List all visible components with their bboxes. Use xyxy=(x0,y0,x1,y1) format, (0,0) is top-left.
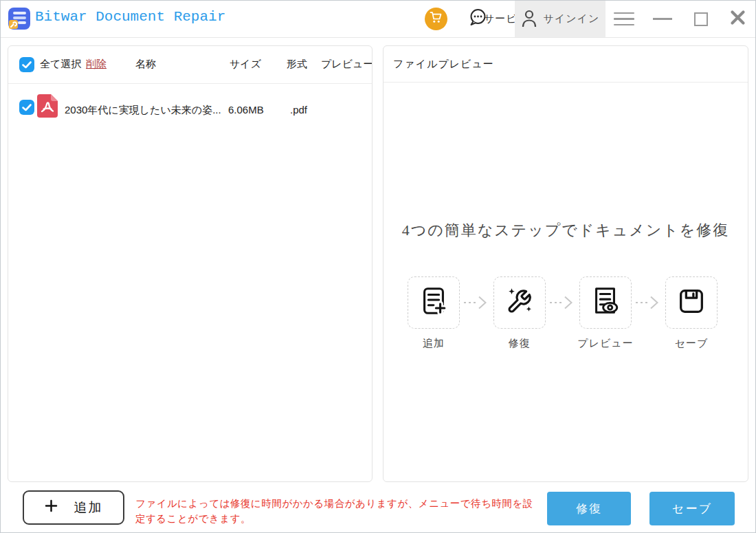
person-icon xyxy=(521,9,537,30)
delete-link[interactable]: 削除 xyxy=(86,58,107,71)
preview-panel: ファイルプレビュー 4つの簡単なステップでドキュメントを修復 追加 xyxy=(383,45,748,482)
step-repair: 修復 xyxy=(493,276,546,350)
close-button[interactable] xyxy=(724,1,751,37)
step-add-box xyxy=(408,276,460,329)
step-preview: プレビュー xyxy=(579,276,632,350)
column-header-size: サイズ xyxy=(230,58,261,71)
file-size: 6.06MB xyxy=(228,104,264,116)
pdf-file-icon xyxy=(37,94,58,120)
maximize-icon xyxy=(694,12,708,26)
store-cart-button[interactable] xyxy=(425,8,447,30)
step-save-box xyxy=(665,276,718,329)
preview-panel-header: ファイルプレビュー xyxy=(383,46,748,83)
steps-title: 4つの簡単なステップでドキュメントを修復 xyxy=(383,220,748,241)
minimize-icon xyxy=(653,18,672,20)
table-row[interactable]: 2030年代に実現したい未来の姿... 6.06MB .pdf xyxy=(8,84,372,127)
step-repair-label: 修復 xyxy=(509,337,531,350)
document-preview-icon xyxy=(590,285,621,320)
step-preview-label: プレビュー xyxy=(577,337,633,350)
close-icon xyxy=(729,9,746,29)
file-name: 2030年代に実現したい未来の姿... xyxy=(65,104,221,117)
column-header-name: 名称 xyxy=(135,58,156,71)
file-list-panel: 全て選択 削除 名称 サイズ 形式 プレビュー 2030年代に実現したい未来の姿… xyxy=(8,45,373,482)
select-all-label[interactable]: 全て選択 xyxy=(40,58,81,71)
file-list-header: 全て選択 削除 名称 サイズ 形式 プレビュー xyxy=(8,46,372,84)
document-add-icon xyxy=(418,285,449,320)
step-repair-box xyxy=(493,276,546,329)
hamburger-icon xyxy=(614,12,634,26)
file-checkbox[interactable] xyxy=(19,100,34,115)
save-button[interactable]: セーブ xyxy=(649,492,735,525)
menu-button[interactable] xyxy=(609,1,639,37)
signin-label: サインイン xyxy=(544,12,600,25)
step-save: セーブ xyxy=(665,276,718,350)
step-arrow-icon xyxy=(460,295,493,310)
step-arrow-icon xyxy=(546,295,579,310)
maximize-button[interactable] xyxy=(688,1,714,37)
preview-header-label: ファイルプレビュー xyxy=(393,58,494,71)
wrench-repair-icon xyxy=(504,285,535,320)
step-add-label: 追加 xyxy=(423,337,445,350)
step-preview-box xyxy=(579,276,632,329)
file-format: .pdf xyxy=(290,104,307,116)
app-title: Bitwar Document Repair xyxy=(35,9,225,25)
select-all-checkbox[interactable] xyxy=(19,57,34,72)
repair-button[interactable]: 修復 xyxy=(547,492,631,525)
minimize-button[interactable] xyxy=(648,1,677,37)
step-save-label: セーブ xyxy=(675,337,709,350)
shopping-cart-icon xyxy=(430,11,443,27)
app-logo-icon xyxy=(8,7,31,30)
column-header-preview: プレビュー xyxy=(321,58,373,71)
plus-icon xyxy=(45,499,58,516)
add-button-label: 追加 xyxy=(74,499,103,516)
step-add: 追加 xyxy=(407,276,460,350)
signin-button[interactable]: サインイン xyxy=(515,1,605,37)
column-header-format: 形式 xyxy=(287,58,307,71)
repair-time-notice: ファイルによっては修復に時間がかかる場合がありますが、メニューで待ち時間を設定す… xyxy=(135,497,534,527)
app-window: Bitwar Document Repair サー xyxy=(0,0,756,533)
steps-row: 追加 xyxy=(407,276,718,350)
title-bar: Bitwar Document Repair サー xyxy=(1,1,755,38)
add-button[interactable]: 追加 xyxy=(23,490,124,525)
floppy-save-icon xyxy=(676,285,707,320)
step-arrow-icon xyxy=(632,295,665,310)
